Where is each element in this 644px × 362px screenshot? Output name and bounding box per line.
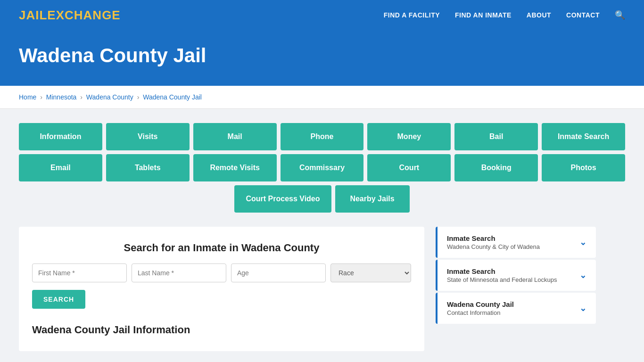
tile-phone[interactable]: Phone bbox=[281, 123, 364, 150]
nav-find-facility[interactable]: FIND A FACILITY bbox=[384, 11, 440, 19]
breadcrumb-minnesota[interactable]: Minnesota bbox=[46, 93, 77, 101]
chevron-down-icon-3: ⌄ bbox=[579, 303, 586, 313]
breadcrumb-sep2: › bbox=[80, 93, 84, 101]
tile-commissary[interactable]: Commissary bbox=[281, 154, 364, 181]
search-icon[interactable]: 🔍 bbox=[615, 10, 625, 20]
section-title: Wadena County Jail Information bbox=[32, 320, 411, 336]
nav-find-inmate[interactable]: FIND AN INMATE bbox=[455, 11, 512, 19]
breadcrumb-sep3: › bbox=[137, 93, 141, 101]
tile-buttons-section: Information Visits Mail Phone Money Bail… bbox=[19, 123, 625, 213]
tile-bail[interactable]: Bail bbox=[454, 123, 538, 150]
sidebar-card-3-header[interactable]: Wadena County Jail Contact Information ⌄ bbox=[436, 293, 596, 324]
page-title: Wadena County Jail bbox=[19, 44, 625, 67]
tile-nearby-jails[interactable]: Nearby Jails bbox=[335, 185, 410, 213]
sidebar: Inmate Search Wadena County & City of Wa… bbox=[436, 227, 596, 326]
tile-court-process-video[interactable]: Court Process Video bbox=[234, 185, 331, 213]
breadcrumb-jail[interactable]: Wadena County Jail bbox=[143, 93, 202, 101]
tile-remote-visits[interactable]: Remote Visits bbox=[193, 154, 277, 181]
chevron-down-icon: ⌄ bbox=[579, 237, 586, 247]
race-select[interactable]: Race White Black Hispanic Asian Other bbox=[330, 263, 411, 282]
nav-about[interactable]: ABOUT bbox=[527, 11, 551, 19]
first-name-input[interactable] bbox=[32, 263, 127, 282]
tile-mail[interactable]: Mail bbox=[193, 123, 277, 150]
search-panel: Search for an Inmate in Wadena County Ra… bbox=[19, 227, 424, 351]
tile-information[interactable]: Information bbox=[19, 123, 102, 150]
sidebar-card-1-subtitle: Wadena County & City of Wadena bbox=[447, 243, 540, 250]
nav-contact[interactable]: CONTACT bbox=[566, 11, 600, 19]
tile-tablets[interactable]: Tablets bbox=[106, 154, 190, 181]
tile-row-2: Email Tablets Remote Visits Commissary C… bbox=[19, 154, 625, 181]
sidebar-card-3-subtitle: Contact Information bbox=[447, 309, 514, 316]
tile-money[interactable]: Money bbox=[367, 123, 451, 150]
breadcrumb: Home › Minnesota › Wadena County › Waden… bbox=[0, 86, 644, 109]
tile-booking[interactable]: Booking bbox=[454, 154, 538, 181]
sidebar-card-3-title: Wadena County Jail bbox=[447, 300, 514, 308]
breadcrumb-home[interactable]: Home bbox=[19, 93, 36, 101]
search-title: Search for an Inmate in Wadena County bbox=[32, 242, 411, 254]
tile-photos[interactable]: Photos bbox=[542, 154, 625, 181]
breadcrumb-county[interactable]: Wadena County bbox=[86, 93, 133, 101]
sidebar-card-1-header[interactable]: Inmate Search Wadena County & City of Wa… bbox=[436, 227, 596, 258]
logo-text-jail: JAIL bbox=[19, 8, 47, 22]
logo-text-exchange: EXCHANGE bbox=[47, 8, 120, 22]
sidebar-card-2-header[interactable]: Inmate Search State of Minnesota and Fed… bbox=[436, 260, 596, 291]
sidebar-card-2-title: Inmate Search bbox=[447, 267, 557, 275]
breadcrumb-sep1: › bbox=[40, 93, 44, 101]
search-inputs: Race White Black Hispanic Asian Other bbox=[32, 263, 411, 282]
search-button[interactable]: SEARCH bbox=[32, 290, 85, 309]
content-row: Search for an Inmate in Wadena County Ra… bbox=[19, 227, 625, 351]
main-content: Information Visits Mail Phone Money Bail… bbox=[0, 109, 644, 362]
main-nav: FIND A FACILITY FIND AN INMATE ABOUT CON… bbox=[384, 10, 625, 20]
age-input[interactable] bbox=[231, 263, 326, 282]
sidebar-card-2-subtitle: State of Minnesota and Federal Lockups bbox=[447, 276, 557, 283]
tile-court[interactable]: Court bbox=[367, 154, 451, 181]
sidebar-card-1-title: Inmate Search bbox=[447, 234, 540, 242]
tile-row-3: Court Process Video Nearby Jails bbox=[19, 185, 625, 213]
tile-email[interactable]: Email bbox=[19, 154, 102, 181]
hero-section: Wadena County Jail bbox=[0, 30, 644, 86]
tile-visits[interactable]: Visits bbox=[106, 123, 190, 150]
sidebar-card-3: Wadena County Jail Contact Information ⌄ bbox=[436, 293, 596, 324]
sidebar-card-1: Inmate Search Wadena County & City of Wa… bbox=[436, 227, 596, 258]
last-name-input[interactable] bbox=[132, 263, 226, 282]
tile-inmate-search[interactable]: Inmate Search bbox=[542, 123, 625, 150]
sidebar-card-2: Inmate Search State of Minnesota and Fed… bbox=[436, 260, 596, 291]
logo[interactable]: JAILEXCHANGE bbox=[19, 8, 121, 23]
chevron-down-icon-2: ⌄ bbox=[579, 270, 586, 280]
header: JAILEXCHANGE FIND A FACILITY FIND AN INM… bbox=[0, 0, 644, 30]
tile-row-1: Information Visits Mail Phone Money Bail… bbox=[19, 123, 625, 150]
